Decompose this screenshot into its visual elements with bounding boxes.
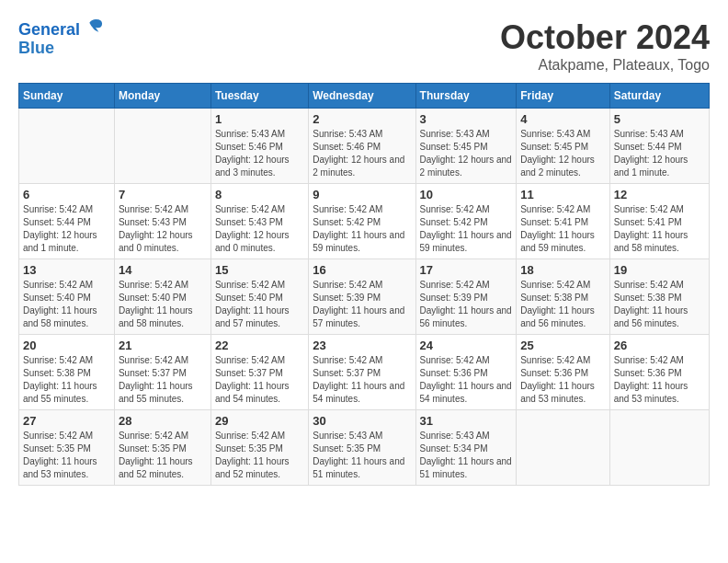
calendar-cell <box>517 410 610 486</box>
day-info: Sunrise: 5:42 AM Sunset: 5:43 PM Dayligh… <box>119 203 207 255</box>
calendar-cell: 9Sunrise: 5:42 AM Sunset: 5:42 PM Daylig… <box>309 184 415 259</box>
calendar-cell: 7Sunrise: 5:42 AM Sunset: 5:43 PM Daylig… <box>114 184 210 259</box>
calendar-cell: 21Sunrise: 5:42 AM Sunset: 5:37 PM Dayli… <box>114 335 210 410</box>
calendar-cell: 24Sunrise: 5:42 AM Sunset: 5:36 PM Dayli… <box>415 335 517 410</box>
day-info: Sunrise: 5:42 AM Sunset: 5:36 PM Dayligh… <box>420 354 513 406</box>
calendar-cell: 26Sunrise: 5:42 AM Sunset: 5:36 PM Dayli… <box>609 335 709 410</box>
calendar-row-week-2: 6Sunrise: 5:42 AM Sunset: 5:44 PM Daylig… <box>19 184 710 259</box>
day-number: 26 <box>614 339 705 352</box>
calendar-cell: 6Sunrise: 5:42 AM Sunset: 5:44 PM Daylig… <box>19 184 115 259</box>
day-number: 24 <box>420 339 513 352</box>
calendar-cell: 14Sunrise: 5:42 AM Sunset: 5:40 PM Dayli… <box>114 259 210 335</box>
calendar-cell: 23Sunrise: 5:42 AM Sunset: 5:37 PM Dayli… <box>309 335 415 410</box>
day-info: Sunrise: 5:43 AM Sunset: 5:34 PM Dayligh… <box>420 430 513 481</box>
day-number: 8 <box>215 188 304 201</box>
calendar-row-week-4: 20Sunrise: 5:42 AM Sunset: 5:38 PM Dayli… <box>19 335 710 410</box>
day-number: 18 <box>520 263 606 277</box>
page-subtitle: Atakpame, Plateaux, Togo <box>500 57 710 74</box>
day-number: 9 <box>313 188 411 201</box>
col-header-sunday: Sunday <box>19 84 115 109</box>
day-number: 22 <box>215 339 304 352</box>
day-info: Sunrise: 5:42 AM Sunset: 5:40 PM Dayligh… <box>23 279 110 330</box>
day-info: Sunrise: 5:42 AM Sunset: 5:42 PM Dayligh… <box>420 203 513 255</box>
calendar-table: SundayMondayTuesdayWednesdayThursdayFrid… <box>18 83 710 486</box>
day-info: Sunrise: 5:42 AM Sunset: 5:36 PM Dayligh… <box>520 354 606 406</box>
day-number: 1 <box>215 112 304 126</box>
day-info: Sunrise: 5:42 AM Sunset: 5:38 PM Dayligh… <box>23 354 110 406</box>
calendar-cell <box>114 109 210 184</box>
calendar-cell: 4Sunrise: 5:43 AM Sunset: 5:45 PM Daylig… <box>517 109 610 184</box>
calendar-cell <box>19 109 115 184</box>
day-number: 17 <box>420 263 513 277</box>
day-number: 20 <box>23 339 110 352</box>
day-info: Sunrise: 5:42 AM Sunset: 5:36 PM Dayligh… <box>614 354 705 406</box>
day-number: 12 <box>614 188 705 201</box>
calendar-cell: 2Sunrise: 5:43 AM Sunset: 5:46 PM Daylig… <box>309 109 415 184</box>
calendar-cell: 5Sunrise: 5:43 AM Sunset: 5:44 PM Daylig… <box>609 109 709 184</box>
day-number: 7 <box>119 188 207 201</box>
day-number: 3 <box>420 112 513 126</box>
calendar-cell: 1Sunrise: 5:43 AM Sunset: 5:46 PM Daylig… <box>210 109 308 184</box>
day-number: 14 <box>119 263 207 277</box>
calendar-cell: 10Sunrise: 5:42 AM Sunset: 5:42 PM Dayli… <box>415 184 517 259</box>
day-number: 10 <box>420 188 513 201</box>
day-info: Sunrise: 5:43 AM Sunset: 5:45 PM Dayligh… <box>520 128 606 179</box>
day-number: 4 <box>520 112 606 126</box>
day-number: 16 <box>313 263 411 277</box>
calendar-cell: 3Sunrise: 5:43 AM Sunset: 5:45 PM Daylig… <box>415 109 517 184</box>
calendar-cell: 27Sunrise: 5:42 AM Sunset: 5:35 PM Dayli… <box>19 410 115 486</box>
day-info: Sunrise: 5:42 AM Sunset: 5:39 PM Dayligh… <box>313 279 411 330</box>
calendar-cell <box>609 410 709 486</box>
day-number: 15 <box>215 263 304 277</box>
logo-bird-icon <box>86 17 105 35</box>
calendar-cell: 11Sunrise: 5:42 AM Sunset: 5:41 PM Dayli… <box>517 184 610 259</box>
day-info: Sunrise: 5:42 AM Sunset: 5:37 PM Dayligh… <box>215 354 304 406</box>
calendar-cell: 15Sunrise: 5:42 AM Sunset: 5:40 PM Dayli… <box>210 259 308 335</box>
col-header-wednesday: Wednesday <box>309 84 415 109</box>
day-info: Sunrise: 5:42 AM Sunset: 5:38 PM Dayligh… <box>614 279 705 330</box>
col-header-thursday: Thursday <box>415 84 517 109</box>
day-info: Sunrise: 5:42 AM Sunset: 5:44 PM Dayligh… <box>23 203 110 255</box>
calendar-cell: 20Sunrise: 5:42 AM Sunset: 5:38 PM Dayli… <box>19 335 115 410</box>
day-info: Sunrise: 5:42 AM Sunset: 5:35 PM Dayligh… <box>215 430 304 481</box>
calendar-cell: 16Sunrise: 5:42 AM Sunset: 5:39 PM Dayli… <box>309 259 415 335</box>
page-title: October 2024 <box>500 18 710 57</box>
day-info: Sunrise: 5:42 AM Sunset: 5:40 PM Dayligh… <box>119 279 207 330</box>
day-number: 31 <box>420 414 513 428</box>
col-header-monday: Monday <box>114 84 210 109</box>
day-info: Sunrise: 5:42 AM Sunset: 5:41 PM Dayligh… <box>520 203 606 255</box>
day-number: 25 <box>520 339 606 352</box>
day-number: 29 <box>215 414 304 428</box>
col-header-tuesday: Tuesday <box>210 84 308 109</box>
day-info: Sunrise: 5:43 AM Sunset: 5:44 PM Dayligh… <box>614 128 705 179</box>
day-info: Sunrise: 5:42 AM Sunset: 5:37 PM Dayligh… <box>313 354 411 406</box>
col-header-friday: Friday <box>517 84 610 109</box>
title-block: October 2024 Atakpame, Plateaux, Togo <box>500 18 710 74</box>
day-info: Sunrise: 5:43 AM Sunset: 5:46 PM Dayligh… <box>215 128 304 179</box>
logo: General Blue <box>18 18 105 58</box>
day-info: Sunrise: 5:42 AM Sunset: 5:41 PM Dayligh… <box>614 203 705 255</box>
day-number: 2 <box>313 112 411 126</box>
calendar-cell: 17Sunrise: 5:42 AM Sunset: 5:39 PM Dayli… <box>415 259 517 335</box>
day-number: 30 <box>313 414 411 428</box>
day-info: Sunrise: 5:42 AM Sunset: 5:43 PM Dayligh… <box>215 203 304 255</box>
calendar-cell: 25Sunrise: 5:42 AM Sunset: 5:36 PM Dayli… <box>517 335 610 410</box>
calendar-cell: 22Sunrise: 5:42 AM Sunset: 5:37 PM Dayli… <box>210 335 308 410</box>
day-info: Sunrise: 5:43 AM Sunset: 5:35 PM Dayligh… <box>313 430 411 481</box>
calendar-cell: 18Sunrise: 5:42 AM Sunset: 5:38 PM Dayli… <box>517 259 610 335</box>
calendar-cell: 30Sunrise: 5:43 AM Sunset: 5:35 PM Dayli… <box>309 410 415 486</box>
calendar-cell: 28Sunrise: 5:42 AM Sunset: 5:35 PM Dayli… <box>114 410 210 486</box>
calendar-cell: 8Sunrise: 5:42 AM Sunset: 5:43 PM Daylig… <box>210 184 308 259</box>
day-number: 21 <box>119 339 207 352</box>
day-number: 13 <box>23 263 110 277</box>
calendar-row-week-3: 13Sunrise: 5:42 AM Sunset: 5:40 PM Dayli… <box>19 259 710 335</box>
calendar-cell: 29Sunrise: 5:42 AM Sunset: 5:35 PM Dayli… <box>210 410 308 486</box>
day-info: Sunrise: 5:42 AM Sunset: 5:35 PM Dayligh… <box>23 430 110 481</box>
calendar-cell: 12Sunrise: 5:42 AM Sunset: 5:41 PM Dayli… <box>609 184 709 259</box>
day-number: 6 <box>23 188 110 201</box>
page-header: General Blue October 2024 Atakpame, Plat… <box>18 18 710 74</box>
calendar-header-row: SundayMondayTuesdayWednesdayThursdayFrid… <box>19 84 710 109</box>
day-number: 5 <box>614 112 705 126</box>
col-header-saturday: Saturday <box>609 84 709 109</box>
day-number: 27 <box>23 414 110 428</box>
